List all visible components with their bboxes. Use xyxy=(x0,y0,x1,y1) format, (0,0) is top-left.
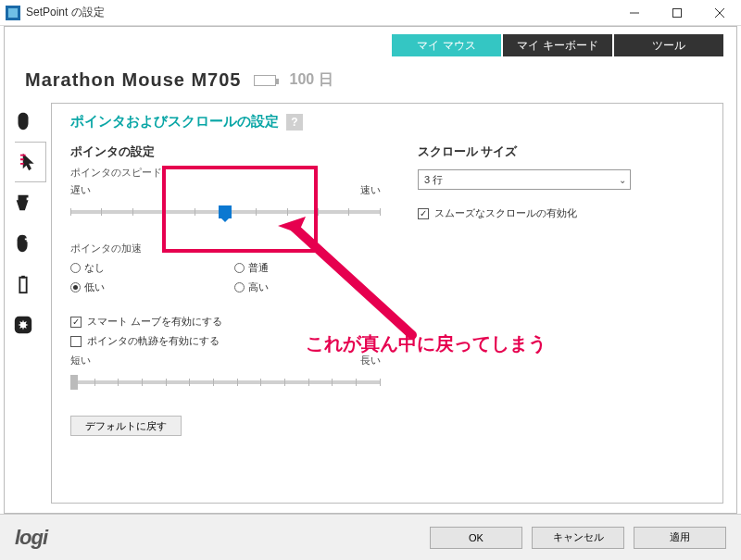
window-title: SetPoint の設定 xyxy=(26,5,105,20)
trails-enable-checkbox[interactable]: ポインタの軌跡を有効にする xyxy=(70,334,381,348)
scroll-size-combo[interactable]: 3 行 ⌄ xyxy=(418,169,631,190)
smooth-scroll-checkbox[interactable]: スムーズなスクロールの有効化 xyxy=(418,206,704,220)
device-name: Marathon Mouse M705 xyxy=(25,69,241,91)
tab-tools[interactable]: ツール xyxy=(614,34,723,56)
scroll-size-value: 3 行 xyxy=(424,173,443,187)
accel-high-radio[interactable]: 高い xyxy=(234,280,380,294)
svg-rect-4 xyxy=(19,278,26,293)
cancel-button[interactable]: キャンセル xyxy=(532,527,624,549)
section-title: ポインタおよびスクロールの設定 xyxy=(70,113,279,131)
vtab-pointer[interactable] xyxy=(15,142,46,182)
svg-rect-5 xyxy=(21,276,25,279)
vertical-tab-strip xyxy=(5,101,42,345)
accel-none-label: なし xyxy=(84,261,105,275)
battery-vert-icon xyxy=(13,274,33,294)
vtab-game[interactable] xyxy=(5,182,42,223)
trails-thumb[interactable] xyxy=(70,375,78,390)
vtab-battery[interactable] xyxy=(5,264,42,305)
smart-move-checkbox[interactable]: スマート ムーブを有効にする xyxy=(70,315,381,329)
main-panel: マイ マウス マイ キーボード ツール Marathon Mouse M705 … xyxy=(4,26,737,514)
accel-normal-radio[interactable]: 普通 xyxy=(234,261,380,275)
accel-none-radio[interactable]: なし xyxy=(70,261,216,275)
vtab-extra[interactable] xyxy=(5,305,42,345)
pointer-speed-thumb[interactable] xyxy=(219,205,232,218)
chevron-down-icon: ⌄ xyxy=(619,175,626,185)
trails-slider[interactable] xyxy=(70,373,381,392)
chess-icon xyxy=(13,193,33,213)
pointer-speed-slider[interactable] xyxy=(70,203,381,221)
pointer-settings-heading: ポインタの設定 xyxy=(70,143,381,160)
help-button[interactable]: ? xyxy=(286,114,303,131)
svg-rect-1 xyxy=(673,8,682,17)
gear-icon xyxy=(13,315,33,335)
footer: logi OK キャンセル 適用 xyxy=(0,514,741,560)
mouse-icon xyxy=(13,111,33,131)
brand-logo: logi xyxy=(15,526,47,550)
tab-my-keyboard[interactable]: マイ キーボード xyxy=(503,34,612,56)
mouse-plus-icon xyxy=(13,233,33,254)
apply-button[interactable]: 適用 xyxy=(634,527,726,549)
trails-enable-label: ポインタの軌跡を有効にする xyxy=(87,334,220,348)
scroll-heading: スクロール サイズ xyxy=(418,143,704,160)
cursor-icon xyxy=(20,152,41,172)
smart-move-label: スマート ムーブを有効にする xyxy=(87,315,222,329)
trails-long-label: 長い xyxy=(360,354,381,367)
window-close-button[interactable] xyxy=(698,0,741,26)
trails-short-label: 短い xyxy=(70,354,91,367)
pointer-accel-label: ポインタの加速 xyxy=(70,242,381,255)
window-minimize-button[interactable] xyxy=(613,0,656,26)
speed-slow-label: 遅い xyxy=(70,183,91,197)
accel-low-label: 低い xyxy=(84,280,105,294)
vtab-mouse-plus[interactable] xyxy=(5,223,42,264)
app-icon xyxy=(6,6,20,20)
tab-my-mouse[interactable]: マイ マウス xyxy=(392,34,501,56)
window-maximize-button[interactable] xyxy=(656,0,698,26)
titlebar: SetPoint の設定 xyxy=(0,0,741,26)
vtab-buttons[interactable] xyxy=(5,101,42,142)
pointer-speed-label: ポインタのスピード xyxy=(70,166,381,180)
speed-fast-label: 速い xyxy=(360,183,381,197)
content-area: ポインタおよびスクロールの設定 ? ポインタの設定 ポインタのスピード 遅い 速… xyxy=(51,103,723,504)
top-tabs: マイ マウス マイ キーボード ツール xyxy=(392,34,723,56)
battery-days: 100 日 xyxy=(289,70,333,90)
smooth-scroll-label: スムーズなスクロールの有効化 xyxy=(434,206,577,220)
accel-low-radio[interactable]: 低い xyxy=(70,280,216,294)
accel-normal-label: 普通 xyxy=(248,261,269,275)
defaults-button[interactable]: デフォルトに戻す xyxy=(70,416,182,436)
battery-icon xyxy=(254,75,276,86)
ok-button[interactable]: OK xyxy=(430,527,522,549)
accel-high-label: 高い xyxy=(248,280,269,294)
